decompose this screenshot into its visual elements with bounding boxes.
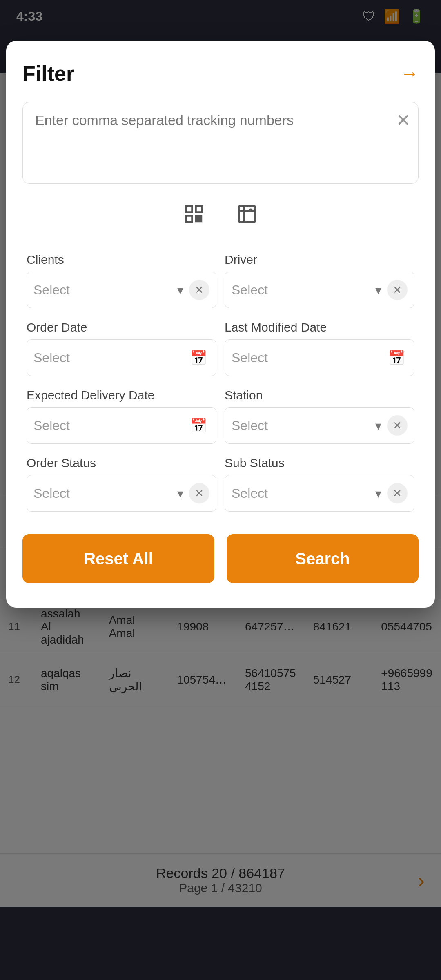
svg-rect-1 bbox=[196, 206, 203, 212]
last-modified-select[interactable]: Select 📅 bbox=[225, 339, 414, 376]
last-modified-value: Select bbox=[232, 350, 385, 365]
filter-group-order-status: Order Status Select ▾ ✕ bbox=[22, 450, 220, 518]
filter-grid: Clients Select ▾ ✕ Driver Select ▾ ✕ Ord… bbox=[22, 247, 419, 518]
order-date-label: Order Date bbox=[27, 321, 216, 334]
image-scan-button[interactable] bbox=[231, 198, 263, 230]
sub-status-label: Sub Status bbox=[225, 456, 414, 470]
filter-group-last-modified: Last Modified Date Select 📅 bbox=[220, 314, 419, 382]
search-button[interactable]: Search bbox=[227, 534, 419, 583]
tracking-input-wrap: ✕ bbox=[22, 102, 419, 185]
filter-group-station: Station Select ▾ ✕ bbox=[220, 382, 419, 450]
clients-chevron-icon: ▾ bbox=[177, 283, 183, 297]
station-label: Station bbox=[225, 388, 414, 402]
last-modified-calendar-icon[interactable]: 📅 bbox=[385, 347, 408, 369]
order-date-calendar-icon[interactable]: 📅 bbox=[187, 347, 209, 369]
filter-title: Filter bbox=[22, 61, 74, 86]
scan-icons-row bbox=[22, 198, 419, 230]
sub-status-value: Select bbox=[232, 486, 375, 501]
qr-scan-button[interactable] bbox=[178, 198, 210, 230]
clients-clear-icon[interactable]: ✕ bbox=[189, 280, 209, 300]
driver-chevron-icon: ▾ bbox=[375, 283, 381, 297]
expected-delivery-value: Select bbox=[33, 418, 187, 433]
station-select[interactable]: Select ▾ ✕ bbox=[225, 407, 414, 444]
order-status-value: Select bbox=[33, 486, 177, 501]
svg-rect-0 bbox=[186, 206, 192, 212]
svg-rect-2 bbox=[186, 216, 192, 223]
driver-label: Driver bbox=[225, 253, 414, 267]
sub-status-chevron-icon: ▾ bbox=[375, 486, 381, 501]
driver-select-value: Select bbox=[232, 283, 375, 298]
expected-delivery-select[interactable]: Select 📅 bbox=[27, 407, 216, 444]
driver-clear-icon[interactable]: ✕ bbox=[387, 280, 408, 300]
filter-group-order-date: Order Date Select 📅 bbox=[22, 314, 220, 382]
tracking-number-input[interactable] bbox=[22, 102, 419, 184]
svg-point-4 bbox=[250, 209, 252, 212]
filter-group-clients: Clients Select ▾ ✕ bbox=[22, 247, 220, 314]
order-status-select[interactable]: Select ▾ ✕ bbox=[27, 475, 216, 512]
filter-header: Filter → bbox=[22, 61, 419, 86]
order-status-chevron-icon: ▾ bbox=[177, 486, 183, 501]
station-clear-icon[interactable]: ✕ bbox=[387, 415, 408, 436]
station-chevron-icon: ▾ bbox=[375, 419, 381, 433]
svg-rect-3 bbox=[239, 206, 256, 223]
expected-delivery-label: Expected Delivery Date bbox=[27, 388, 216, 402]
filter-modal: Filter → ✕ Clients Sele bbox=[6, 41, 435, 608]
filter-group-sub-status: Sub Status Select ▾ ✕ bbox=[220, 450, 419, 518]
reset-all-button[interactable]: Reset All bbox=[22, 534, 214, 583]
driver-select[interactable]: Select ▾ ✕ bbox=[225, 272, 414, 308]
clients-select[interactable]: Select ▾ ✕ bbox=[27, 272, 216, 308]
order-status-label: Order Status bbox=[27, 456, 216, 470]
filter-buttons: Reset All Search bbox=[22, 534, 419, 583]
filter-group-expected-delivery: Expected Delivery Date Select 📅 bbox=[22, 382, 220, 450]
station-select-value: Select bbox=[232, 418, 375, 433]
filter-close-arrow[interactable]: → bbox=[401, 63, 419, 84]
last-modified-label: Last Modified Date bbox=[225, 321, 414, 334]
order-date-value: Select bbox=[33, 350, 187, 365]
clients-label: Clients bbox=[27, 253, 216, 267]
sub-status-select[interactable]: Select ▾ ✕ bbox=[225, 475, 414, 512]
sub-status-clear-icon[interactable]: ✕ bbox=[387, 483, 408, 503]
filter-group-driver: Driver Select ▾ ✕ bbox=[220, 247, 419, 314]
expected-delivery-calendar-icon[interactable]: 📅 bbox=[187, 414, 209, 437]
order-status-clear-icon[interactable]: ✕ bbox=[189, 483, 209, 503]
tracking-clear-icon[interactable]: ✕ bbox=[396, 110, 410, 130]
clients-select-value: Select bbox=[33, 283, 177, 298]
order-date-select[interactable]: Select 📅 bbox=[27, 339, 216, 376]
